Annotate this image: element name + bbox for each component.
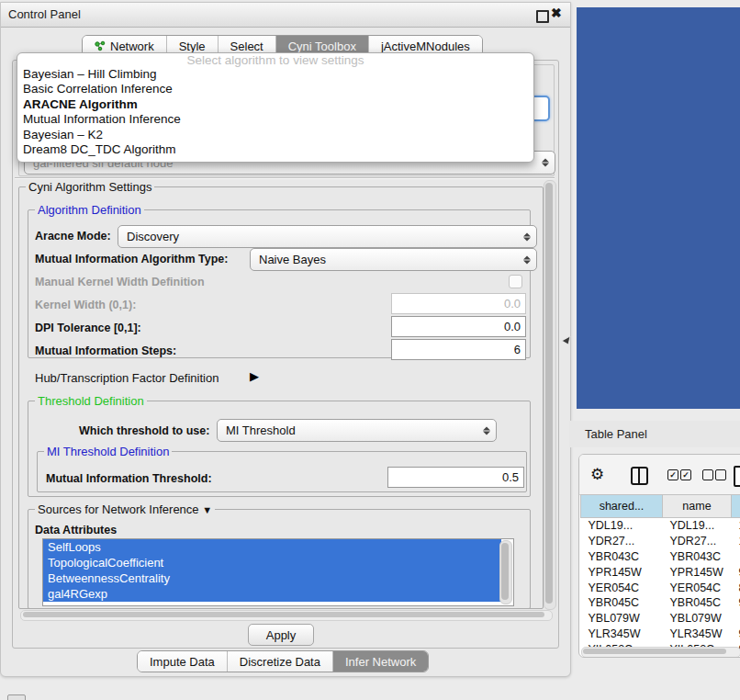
checked-checkbox-icon[interactable]: ✓ [667, 469, 678, 480]
table-cell[interactable]: YLR345W [581, 627, 663, 642]
table-cell[interactable]: YLR345W [663, 627, 732, 642]
split-columns-icon[interactable] [631, 467, 648, 485]
close-icon[interactable]: ✖ [551, 6, 562, 20]
unchecked-checkbox-icon[interactable] [715, 469, 726, 480]
list-item[interactable]: gal4RGexp [43, 586, 501, 602]
table-cell[interactable]: 9. [732, 564, 740, 580]
manual-kernel-checkbox[interactable] [509, 275, 522, 288]
settings-group-title: Cyni Algorithm Settings [26, 180, 154, 194]
table-row[interactable]: YBR045CYBR045C9. [581, 595, 740, 611]
table-row[interactable]: YDL19...YDL19...13 [581, 518, 740, 534]
table-cell[interactable] [732, 611, 740, 627]
table-cell[interactable]: YER054C [581, 580, 663, 595]
algorithm-option[interactable]: Mutual Information Inference [17, 112, 533, 127]
table-row[interactable]: YDR27...YDR27...12 [581, 534, 740, 549]
node-table: shared...name YDL19...YDL19...13YDR27...… [580, 494, 740, 657]
section-divider [15, 177, 555, 179]
dpi-tolerance-label: DPI Tolerance [0,1]: [35, 322, 141, 334]
tab-discretize-data[interactable]: Discretize Data [228, 651, 333, 672]
table-cell[interactable]: YDR27... [581, 534, 663, 549]
table-cell[interactable]: 9. [732, 627, 740, 642]
mi-steps-field[interactable]: 6 [391, 339, 526, 360]
table-cell[interactable]: 12 [732, 534, 740, 549]
table-cell[interactable]: 13 [732, 518, 740, 534]
gear-icon[interactable]: ⚙ [590, 465, 604, 484]
table-cell[interactable]: YDR27... [663, 534, 732, 549]
table-row[interactable]: YLR345WYLR345W9. [581, 627, 740, 642]
hub-definition-label: Hub/Transcription Factor Definition [35, 371, 219, 385]
table-panel-bar: Table Panel [569, 421, 740, 447]
table-row[interactable]: YER054CYER054C8. [581, 580, 740, 595]
page-icon[interactable] [734, 466, 740, 487]
mi-type-label: Mutual Information Algorithm Type: [35, 253, 228, 265]
column-header[interactable] [732, 495, 740, 518]
list-item[interactable]: TopologicalCoefficient [43, 555, 501, 570]
sources-title: Sources for Network Inference ▼ [35, 502, 215, 516]
table-cell[interactable]: YER054C [663, 580, 732, 595]
table-cell[interactable]: YBR043C [581, 549, 663, 565]
scrollbar-thumb[interactable] [501, 543, 509, 600]
algorithm-option[interactable]: Dream8 DC_TDC Algorithm [17, 142, 533, 157]
table-panel-title: Table Panel [585, 427, 647, 441]
data-attributes-list[interactable]: SelfLoops TopologicalCoefficient Between… [42, 538, 514, 606]
table-row[interactable]: YBL079WYBL079W [581, 611, 740, 627]
attr-list-scrollbar[interactable] [499, 540, 512, 604]
dpi-tolerance-field[interactable]: 0.0 [391, 316, 526, 337]
network-icon [95, 40, 106, 51]
expand-arrow-icon[interactable]: ▶ [250, 369, 259, 383]
algorithm-option[interactable]: Bayesian – K2 [17, 128, 533, 142]
list-item[interactable]: BetweennessCentrality [43, 570, 501, 586]
mi-type-combo[interactable]: Naive Bayes [250, 248, 537, 271]
data-attributes-label: Data Attributes [35, 524, 117, 536]
kernel-width-field[interactable]: 0.0 [391, 293, 526, 314]
algorithm-option[interactable]: Bayesian – Hill Climbing [17, 67, 533, 82]
table-horizontal-scrollbar[interactable] [581, 647, 740, 658]
table-cell[interactable]: YBR045C [663, 595, 732, 611]
table-cell[interactable]: 8. [732, 580, 740, 595]
mi-threshold-field[interactable]: 0.5 [387, 467, 524, 488]
table-row[interactable]: YBR043CYBR043C [581, 549, 740, 565]
column-header[interactable]: shared... [581, 495, 663, 518]
list-item[interactable]: SelfLoops [43, 539, 501, 555]
tab-infer-network[interactable]: Infer Network [333, 651, 428, 672]
mi-steps-label: Mutual Information Steps: [35, 344, 176, 357]
table-panel: ⚙ ✓ ✓ shared...name YDL19...YDL19...13YD… [578, 454, 740, 658]
table-cell[interactable]: YDL19... [581, 518, 663, 534]
checked-checkbox-icon[interactable]: ✓ [680, 469, 691, 480]
aracne-mode-combo[interactable]: Discovery [118, 225, 537, 248]
collapse-arrow-icon[interactable]: ▼ [202, 504, 212, 515]
table-row[interactable]: YPR145WYPR145W9. [581, 564, 740, 580]
cyni-bottom-tabs: Impute Data Discretize Data Infer Networ… [137, 650, 429, 672]
table-header: shared...name [581, 495, 740, 518]
table-cell[interactable]: YPR145W [663, 564, 732, 580]
scrollbar-thumb[interactable] [23, 612, 544, 617]
scrollbar-thumb[interactable] [545, 183, 553, 604]
combo-arrows-icon [523, 232, 531, 241]
unchecked-checkbox-icon[interactable] [702, 469, 713, 480]
float-window-icon[interactable] [536, 10, 549, 23]
tab-impute-data[interactable]: Impute Data [138, 651, 228, 672]
bottom-left-chip [7, 694, 26, 700]
settings-horizontal-scrollbar[interactable] [20, 610, 553, 621]
combo-arrows-icon [483, 426, 490, 435]
settings-vertical-scrollbar[interactable] [544, 180, 556, 610]
column-header[interactable]: name [663, 495, 732, 518]
combo-arrows-icon [523, 255, 531, 264]
mi-threshold-title: MI Threshold Definition [44, 445, 172, 458]
apply-button[interactable]: Apply [248, 624, 314, 646]
aracne-mode-label: Aracne Mode: [35, 230, 111, 243]
algorithm-option[interactable]: Basic Correlation Inference [17, 82, 533, 96]
table-cell[interactable]: YPR145W [581, 564, 663, 580]
table-cell[interactable]: YBL079W [663, 611, 732, 627]
table-cell[interactable]: YBR043C [663, 549, 732, 565]
table-cell[interactable]: YBR045C [581, 595, 663, 611]
table-cell[interactable]: YBL079W [581, 611, 663, 627]
manual-kernel-label: Manual Kernel Width Definition [35, 276, 205, 288]
network-view-frame: GALGAL80GAL10GAL1GAL11SWI4GAL4GCY1HAP4YH… [577, 7, 740, 409]
table-cell[interactable]: 9. [732, 595, 740, 611]
algorithm-option-selected[interactable]: ARACNE Algorithm [17, 97, 533, 112]
scrollbar-thumb[interactable] [583, 649, 726, 654]
table-cell[interactable]: YDL19... [663, 518, 732, 534]
which-threshold-combo[interactable]: MI Threshold [217, 419, 497, 442]
table-cell[interactable] [732, 549, 740, 565]
